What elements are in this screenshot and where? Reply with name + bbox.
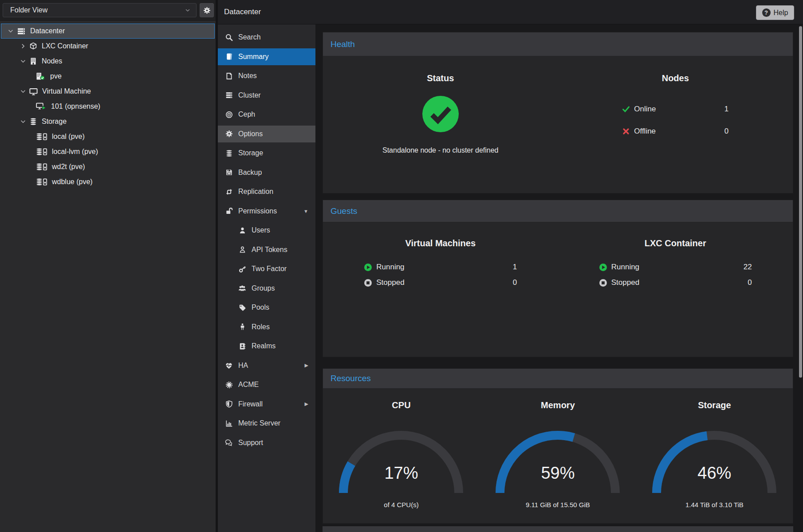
tag-icon	[238, 304, 246, 311]
tree-item-label: wdblue (pve)	[52, 178, 93, 186]
node-online-icon	[36, 72, 46, 80]
cpu-percent: 17%	[335, 464, 468, 483]
menu-item-cluster[interactable]: Cluster	[218, 87, 315, 104]
guests-panel-title: Guests	[323, 200, 793, 222]
vm-running-value: 1	[513, 263, 517, 272]
page-title: Datacenter	[224, 8, 261, 16]
user-icon	[238, 227, 246, 234]
expander-down-icon[interactable]	[8, 28, 14, 34]
expander-down-icon[interactable]	[20, 118, 26, 125]
tree-item-storage-wdblue[interactable]: wdblue (pve)	[1, 174, 215, 189]
status-ok-icon	[421, 95, 460, 133]
menu-item-ha[interactable]: HA ▶	[218, 357, 315, 374]
vm-running-row: Running 1	[364, 261, 517, 273]
heartbeat-icon	[225, 362, 233, 369]
lxc-stopped-value: 0	[748, 278, 752, 287]
online-label: Online	[634, 105, 724, 114]
tree-item-storage[interactable]: Storage	[1, 114, 215, 129]
resource-tree-panel: Folder View Datacenter	[0, 0, 216, 532]
menu-item-pools[interactable]: Pools	[218, 299, 315, 316]
menu-item-groups[interactable]: Groups	[218, 280, 315, 297]
tree-settings-button[interactable]	[200, 3, 214, 17]
memory-percent: 59%	[491, 464, 624, 483]
menu-item-two-factor[interactable]: Two Factor	[218, 260, 315, 277]
lxc-stopped-label: Stopped	[611, 278, 748, 287]
database-icon	[29, 118, 37, 126]
storage-drive-icon	[36, 133, 47, 141]
vm-stopped-row: Stopped 0	[364, 276, 517, 289]
cross-icon	[622, 127, 630, 135]
topbar: Datacenter ? Help	[218, 0, 803, 24]
storage-drive-icon	[36, 148, 47, 156]
menu-item-api-tokens[interactable]: API Tokens	[218, 241, 315, 258]
tree-item-label: LXC Container	[42, 42, 88, 50]
question-icon: ?	[762, 8, 771, 17]
lxc-running-value: 22	[744, 263, 752, 272]
tree-item-label: Nodes	[42, 57, 62, 65]
tree-item-vm-101[interactable]: 101 (opnsense)	[1, 99, 215, 114]
memory-gauge: Memory 59% 9.11 GiB of 15.50 GiB	[480, 389, 636, 508]
offline-label: Offline	[634, 127, 724, 136]
help-button-label: Help	[774, 9, 788, 17]
tree-item-storage-local-lvm[interactable]: local-lvm (pve)	[1, 144, 215, 159]
menu-item-firewall[interactable]: Firewall ▶	[218, 396, 315, 413]
comments-icon	[225, 439, 233, 446]
menu-item-summary[interactable]: Summary	[218, 48, 315, 65]
expander-down-icon[interactable]	[20, 58, 26, 64]
lxc-running-label: Running	[611, 263, 744, 272]
menu-item-search[interactable]: Search	[218, 29, 315, 46]
datacenter-icon	[17, 28, 26, 35]
lxc-guests-column: LXC Container Running 22 Stopped 0	[558, 222, 793, 289]
ceph-icon	[225, 111, 233, 118]
expander-right-icon[interactable]	[20, 43, 26, 49]
tree-item-storage-wd2t[interactable]: wd2t (pve)	[1, 159, 215, 174]
tree-item-nodes[interactable]: Nodes	[1, 54, 215, 69]
menu-item-ceph[interactable]: Ceph	[218, 106, 315, 123]
play-circle-icon	[364, 263, 372, 272]
tree-item-datacenter[interactable]: Datacenter	[1, 24, 215, 39]
search-icon	[225, 34, 233, 41]
monitor-icon	[29, 88, 38, 95]
menu-item-realms[interactable]: Realms	[218, 338, 315, 355]
lxc-heading: LXC Container	[645, 238, 706, 248]
menu-item-support[interactable]: Support	[218, 434, 315, 451]
shield-icon	[225, 400, 233, 408]
menu-item-replication[interactable]: Replication	[218, 183, 315, 200]
status-message: Standalone node - no cluster defined	[382, 146, 499, 154]
tree-item-pve[interactable]: pve	[1, 69, 215, 84]
view-mode-select[interactable]: Folder View	[3, 3, 197, 17]
tree-item-lxc-container[interactable]: LXC Container	[1, 39, 215, 54]
lxc-running-row: Running 22	[599, 261, 752, 273]
tree-toolbar: Folder View	[0, 0, 216, 21]
vm-running-label: Running	[376, 263, 513, 272]
tree-item-label: pve	[50, 72, 62, 80]
tree-item-label: 101 (opnsense)	[51, 102, 100, 110]
tree-item-storage-local[interactable]: local (pve)	[1, 129, 215, 144]
menu-item-users[interactable]: Users	[218, 222, 315, 239]
menu-item-storage[interactable]: Storage	[218, 145, 315, 162]
gear-icon	[225, 130, 233, 138]
storage-gauge: Storage 46% 1.44 TiB of 3.10 TiB	[636, 389, 793, 508]
nodes-status-column: Nodes Online 1 Offline 0	[558, 56, 793, 154]
help-button[interactable]: ? Help	[756, 5, 794, 20]
tree-item-label: Virtual Machine	[42, 87, 91, 95]
key-icon	[238, 265, 246, 273]
vm-stopped-value: 0	[513, 278, 517, 287]
menu-item-acme[interactable]: ACME	[218, 376, 315, 393]
database-icon	[225, 150, 233, 157]
menu-item-backup[interactable]: Backup	[218, 164, 315, 181]
menu-item-options[interactable]: Options	[218, 126, 315, 142]
person-icon	[238, 323, 246, 331]
menu-item-metric-server[interactable]: Metric Server	[218, 415, 315, 432]
tree-item-virtual-machine[interactable]: Virtual Machine	[1, 84, 215, 99]
guests-panel: Guests Virtual Machines Running 1 Stoppe…	[323, 200, 793, 357]
expander-down-icon[interactable]	[20, 88, 26, 95]
vertical-scrollbar[interactable]	[799, 26, 802, 378]
caret-down-icon: ▼	[303, 209, 308, 214]
storage-gauge-arc	[648, 426, 781, 497]
menu-item-notes[interactable]: Notes	[218, 67, 315, 84]
memory-heading: Memory	[541, 400, 575, 410]
health-panel: Health Status Standalone node - no clust…	[323, 32, 793, 193]
menu-item-permissions[interactable]: Permissions ▼	[218, 203, 315, 220]
menu-item-roles[interactable]: Roles	[218, 319, 315, 335]
